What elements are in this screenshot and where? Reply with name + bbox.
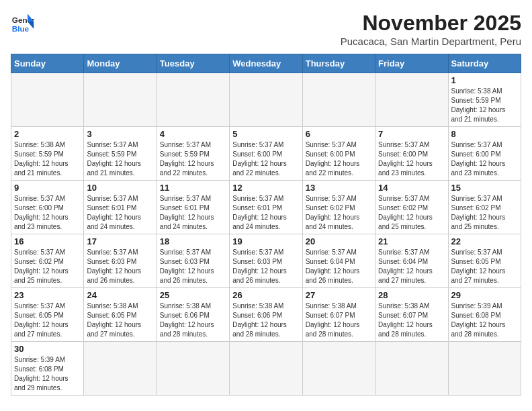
calendar-day-cell (84, 73, 157, 127)
calendar-day-cell (11, 73, 84, 127)
day-number: 15 (451, 183, 518, 193)
day-info: Sunrise: 5:38 AM Sunset: 6:05 PM Dayligh… (87, 302, 153, 339)
calendar-day-cell: 12Sunrise: 5:37 AM Sunset: 6:01 PM Dayli… (230, 181, 302, 234)
day-number: 2 (14, 129, 81, 139)
calendar-day-cell (375, 342, 448, 396)
calendar-day-cell: 21Sunrise: 5:37 AM Sunset: 6:04 PM Dayli… (375, 234, 448, 288)
calendar-header-row: SundayMondayTuesdayWednesdayThursdayFrid… (11, 54, 521, 73)
day-info: Sunrise: 5:39 AM Sunset: 6:08 PM Dayligh… (14, 355, 81, 393)
calendar-day-cell (230, 73, 302, 127)
day-info: Sunrise: 5:37 AM Sunset: 6:02 PM Dayligh… (451, 194, 518, 232)
svg-text:Blue: Blue (12, 24, 30, 33)
day-info: Sunrise: 5:37 AM Sunset: 6:03 PM Dayligh… (160, 248, 226, 285)
day-info: Sunrise: 5:37 AM Sunset: 6:00 PM Dayligh… (14, 194, 81, 232)
calendar-day-cell (375, 73, 448, 127)
day-number: 10 (87, 183, 153, 193)
calendar-day-cell: 7Sunrise: 5:37 AM Sunset: 6:00 PM Daylig… (375, 127, 448, 181)
calendar-day-cell: 1Sunrise: 5:38 AM Sunset: 5:59 PM Daylig… (448, 73, 521, 127)
day-number: 29 (451, 290, 518, 300)
day-number: 8 (451, 129, 518, 139)
calendar-week-row: 1Sunrise: 5:38 AM Sunset: 5:59 PM Daylig… (11, 73, 521, 127)
title-area: November 2025 Pucacaca, San Martin Depar… (341, 11, 521, 47)
day-info: Sunrise: 5:38 AM Sunset: 6:07 PM Dayligh… (378, 302, 445, 339)
day-number: 23 (14, 290, 81, 300)
calendar-day-cell: 4Sunrise: 5:37 AM Sunset: 5:59 PM Daylig… (157, 127, 229, 181)
day-number: 4 (160, 129, 226, 139)
calendar-day-cell (448, 342, 521, 396)
calendar-week-row: 16Sunrise: 5:37 AM Sunset: 6:02 PM Dayli… (11, 234, 521, 288)
calendar-day-cell: 13Sunrise: 5:37 AM Sunset: 6:02 PM Dayli… (302, 181, 375, 234)
calendar-day-cell: 3Sunrise: 5:37 AM Sunset: 5:59 PM Daylig… (84, 127, 157, 181)
day-info: Sunrise: 5:37 AM Sunset: 6:05 PM Dayligh… (14, 302, 81, 339)
day-info: Sunrise: 5:37 AM Sunset: 6:04 PM Dayligh… (306, 248, 372, 285)
calendar-day-cell: 24Sunrise: 5:38 AM Sunset: 6:05 PM Dayli… (84, 288, 157, 342)
calendar-week-row: 23Sunrise: 5:37 AM Sunset: 6:05 PM Dayli… (11, 288, 521, 342)
calendar-day-cell: 10Sunrise: 5:37 AM Sunset: 6:01 PM Dayli… (84, 181, 157, 234)
calendar-day-cell (157, 342, 229, 396)
day-number: 22 (451, 236, 518, 246)
day-number: 27 (306, 290, 372, 300)
day-info: Sunrise: 5:37 AM Sunset: 5:59 PM Dayligh… (160, 140, 226, 178)
day-number: 16 (14, 236, 81, 246)
day-info: Sunrise: 5:38 AM Sunset: 6:07 PM Dayligh… (306, 302, 372, 339)
day-info: Sunrise: 5:39 AM Sunset: 6:08 PM Dayligh… (451, 302, 518, 339)
day-info: Sunrise: 5:37 AM Sunset: 6:01 PM Dayligh… (232, 194, 299, 232)
page-header: General Blue November 2025 Pucacaca, San… (11, 11, 521, 47)
day-info: Sunrise: 5:37 AM Sunset: 6:00 PM Dayligh… (451, 140, 518, 178)
day-number: 9 (14, 183, 81, 193)
calendar-day-cell: 16Sunrise: 5:37 AM Sunset: 6:02 PM Dayli… (11, 234, 84, 288)
calendar-day-cell (84, 342, 157, 396)
calendar-day-cell: 2Sunrise: 5:38 AM Sunset: 5:59 PM Daylig… (11, 127, 84, 181)
day-of-week-header: Sunday (11, 54, 84, 73)
day-info: Sunrise: 5:37 AM Sunset: 6:00 PM Dayligh… (306, 140, 372, 178)
location-title: Pucacaca, San Martin Department, Peru (341, 36, 521, 47)
day-number: 30 (14, 344, 81, 354)
calendar-day-cell: 22Sunrise: 5:37 AM Sunset: 6:05 PM Dayli… (448, 234, 521, 288)
calendar-day-cell: 25Sunrise: 5:38 AM Sunset: 6:06 PM Dayli… (157, 288, 229, 342)
day-info: Sunrise: 5:37 AM Sunset: 6:02 PM Dayligh… (378, 194, 445, 232)
day-info: Sunrise: 5:38 AM Sunset: 5:59 PM Dayligh… (14, 140, 81, 178)
day-of-week-header: Wednesday (230, 54, 302, 73)
calendar-day-cell: 14Sunrise: 5:37 AM Sunset: 6:02 PM Dayli… (375, 181, 448, 234)
logo: General Blue (11, 11, 35, 35)
day-info: Sunrise: 5:38 AM Sunset: 6:06 PM Dayligh… (232, 302, 299, 339)
calendar-day-cell: 26Sunrise: 5:38 AM Sunset: 6:06 PM Dayli… (230, 288, 302, 342)
calendar-day-cell: 11Sunrise: 5:37 AM Sunset: 6:01 PM Dayli… (157, 181, 229, 234)
calendar-day-cell: 30Sunrise: 5:39 AM Sunset: 6:08 PM Dayli… (11, 342, 84, 396)
day-info: Sunrise: 5:37 AM Sunset: 6:00 PM Dayligh… (378, 140, 445, 178)
day-info: Sunrise: 5:37 AM Sunset: 6:03 PM Dayligh… (232, 248, 299, 285)
day-number: 18 (160, 236, 226, 246)
day-of-week-header: Thursday (302, 54, 375, 73)
calendar-day-cell (157, 73, 229, 127)
day-number: 21 (378, 236, 445, 246)
day-number: 28 (378, 290, 445, 300)
calendar-day-cell: 19Sunrise: 5:37 AM Sunset: 6:03 PM Dayli… (230, 234, 302, 288)
day-number: 26 (232, 290, 299, 300)
day-of-week-header: Tuesday (157, 54, 229, 73)
calendar-day-cell: 15Sunrise: 5:37 AM Sunset: 6:02 PM Dayli… (448, 181, 521, 234)
logo-icon: General Blue (11, 11, 35, 35)
day-info: Sunrise: 5:37 AM Sunset: 6:01 PM Dayligh… (87, 194, 153, 232)
day-info: Sunrise: 5:37 AM Sunset: 6:01 PM Dayligh… (160, 194, 226, 232)
calendar-table: SundayMondayTuesdayWednesdayThursdayFrid… (11, 54, 521, 396)
calendar-day-cell: 8Sunrise: 5:37 AM Sunset: 6:00 PM Daylig… (448, 127, 521, 181)
day-info: Sunrise: 5:38 AM Sunset: 5:59 PM Dayligh… (451, 87, 518, 124)
calendar-day-cell (302, 73, 375, 127)
calendar-day-cell (230, 342, 302, 396)
day-number: 1 (451, 75, 518, 85)
day-of-week-header: Friday (375, 54, 448, 73)
calendar-day-cell: 6Sunrise: 5:37 AM Sunset: 6:00 PM Daylig… (302, 127, 375, 181)
calendar-day-cell: 28Sunrise: 5:38 AM Sunset: 6:07 PM Dayli… (375, 288, 448, 342)
day-info: Sunrise: 5:37 AM Sunset: 6:02 PM Dayligh… (306, 194, 372, 232)
day-info: Sunrise: 5:37 AM Sunset: 6:04 PM Dayligh… (378, 248, 445, 285)
calendar-day-cell: 29Sunrise: 5:39 AM Sunset: 6:08 PM Dayli… (448, 288, 521, 342)
day-number: 19 (232, 236, 299, 246)
day-info: Sunrise: 5:37 AM Sunset: 6:03 PM Dayligh… (87, 248, 153, 285)
day-of-week-header: Monday (84, 54, 157, 73)
calendar-day-cell: 18Sunrise: 5:37 AM Sunset: 6:03 PM Dayli… (157, 234, 229, 288)
day-info: Sunrise: 5:38 AM Sunset: 6:06 PM Dayligh… (160, 302, 226, 339)
calendar-day-cell: 20Sunrise: 5:37 AM Sunset: 6:04 PM Dayli… (302, 234, 375, 288)
day-number: 11 (160, 183, 226, 193)
day-number: 7 (378, 129, 445, 139)
calendar-week-row: 9Sunrise: 5:37 AM Sunset: 6:00 PM Daylig… (11, 181, 521, 234)
